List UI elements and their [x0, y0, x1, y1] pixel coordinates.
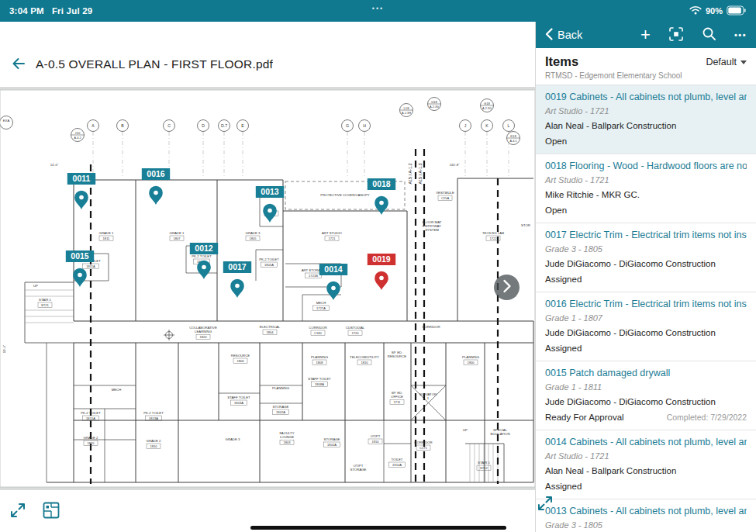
list-item[interactable]: 0018 Flooring - Wood - Hardwood floors a…	[536, 154, 756, 223]
svg-text:1815A: 1815A	[86, 416, 95, 420]
dimension-label: 14'-0"	[50, 163, 59, 167]
svg-text:1810: 1810	[150, 444, 157, 448]
home-indicator[interactable]	[250, 526, 506, 530]
svg-text:1802A: 1802A	[276, 410, 285, 414]
more-options-button[interactable]: •••	[734, 30, 747, 40]
svg-text:1807: 1807	[173, 237, 181, 240]
item-location: Art Studio - 1721	[545, 105, 747, 116]
svg-text:1720: 1720	[351, 331, 359, 335]
item-completed-date: Completed: 7/29/2022	[667, 413, 747, 422]
svg-text:PLANNING: PLANNING	[311, 355, 329, 359]
item-status: Ready For Approval	[545, 412, 624, 423]
app-screen: 3:04 PM Fri Jul 29 ••• 90%	[0, 0, 756, 532]
qr-scan-icon	[668, 26, 684, 44]
svg-text:CORRIDOR: CORRIDOR	[422, 325, 440, 329]
room-label: MECH	[112, 388, 122, 392]
list-item[interactable]: 0013 Cabinets - All cabinets not plumb, …	[536, 499, 756, 532]
svg-text:E: E	[241, 123, 244, 128]
svg-text:CORRIDOR: CORRIDOR	[414, 440, 432, 444]
svg-text:1805: 1805	[249, 237, 257, 240]
svg-text:A-2.3G: A-2.3G	[482, 107, 492, 110]
matchline-label: A15 / A-1.3	[418, 163, 423, 184]
status-time: 3:04 PM	[9, 6, 44, 16]
svg-text:D.7: D.7	[221, 123, 227, 128]
svg-text:SYSTEM: SYSTEM	[425, 228, 439, 232]
svg-text:J10: J10	[75, 131, 81, 135]
svg-text:ST12: ST12	[480, 466, 488, 470]
svg-text:A: A	[91, 123, 95, 128]
thumbnail-toggle-button[interactable]	[42, 501, 60, 522]
room-label: CORRIDOR	[422, 325, 440, 329]
room-label: PLANNING	[272, 386, 290, 390]
item-assignee: Alan Neal - Ballpark Construction	[545, 465, 747, 476]
svg-text:LEARNING: LEARNING	[195, 330, 212, 333]
item-location: Grade 1 - 1811	[545, 382, 747, 392]
svg-text:A-4.2: A-4.2	[74, 136, 81, 140]
svg-text:1813A: 1813A	[149, 416, 158, 420]
item-title: 0018 Flooring - Wood - Hardwood floors a…	[545, 161, 747, 172]
item-location: Art Studio - 1721	[545, 174, 747, 185]
svg-text:A-2.3H: A-2.3H	[402, 112, 411, 115]
add-item-button[interactable]: +	[640, 28, 651, 42]
svg-text:C15A: C15A	[441, 196, 450, 200]
search-button[interactable]	[702, 26, 716, 43]
filter-dropdown[interactable]: Default	[706, 57, 747, 67]
status-right: 90%	[689, 5, 747, 17]
svg-text:GRADE 3: GRADE 3	[226, 437, 240, 441]
panel-collapse-button[interactable]	[494, 275, 520, 300]
svg-text:GRADE 1: GRADE 1	[170, 231, 185, 235]
svg-text:0011: 0011	[73, 174, 91, 183]
list-item[interactable]: 0014 Cabinets - All cabinets not plumb, …	[536, 430, 756, 499]
list-item[interactable]: 0017 Electric Trim - Electrical trim ite…	[536, 223, 756, 292]
item-assignee: Jude DiGiacomo - DiGiacomo Construction	[545, 327, 747, 338]
svg-text:1721B: 1721B	[309, 274, 318, 278]
qr-scan-button[interactable]	[668, 26, 684, 44]
svg-text:0018: 0018	[372, 179, 391, 188]
items-list: 0019 Cabinets - All cabinets not plumb, …	[536, 85, 756, 532]
fullscreen-button[interactable]	[9, 502, 26, 521]
svg-text:GRADE 2: GRADE 2	[84, 436, 98, 440]
svg-text:1721A: 1721A	[316, 306, 326, 310]
svg-text:STORAGE: STORAGE	[324, 437, 340, 441]
svg-text:1811: 1811	[103, 237, 111, 240]
list-item[interactable]: 0016 Electric Trim - Electrical trim ite…	[536, 292, 756, 361]
svg-text:H: H	[363, 123, 366, 128]
svg-text:1820: 1820	[199, 335, 207, 339]
svg-text:0015: 0015	[71, 251, 89, 261]
fullscreen-button-right[interactable]	[537, 495, 554, 514]
svg-text:EDUCATION: EDUCATION	[491, 432, 510, 436]
svg-text:1900: 1900	[467, 361, 475, 364]
svg-text:ART STUDIO: ART STUDIO	[322, 231, 343, 235]
svg-text:STORAGE: STORAGE	[273, 405, 289, 409]
pdf-title: A-0.5 OVERALL PLAN - FIRST FLOOR.pdf	[36, 57, 273, 71]
svg-text:UP: UP	[33, 284, 38, 288]
list-item[interactable]: 0015 Patch damaged drywallGrade 1 - 1811…	[536, 361, 756, 430]
svg-text:0013: 0013	[261, 187, 279, 196]
room-label: GRADE 3	[226, 437, 240, 441]
list-item[interactable]: 0019 Cabinets - All cabinets not plumb, …	[536, 85, 756, 154]
item-title: 0013 Cabinets - All cabinets not plumb, …	[545, 506, 747, 517]
panel-header: Items Default RTMSD - Edgemont Elementar…	[536, 48, 756, 85]
search-icon	[702, 26, 716, 43]
viewer-back-button[interactable]	[11, 57, 26, 73]
svg-text:ELECTRICAL: ELECTRICAL	[260, 325, 281, 329]
battery-icon	[727, 5, 747, 17]
item-assignee: Jude DiGiacomo - DiGiacomo Construction	[545, 396, 747, 407]
svg-text:0014: 0014	[324, 264, 343, 274]
svg-text:1910A: 1910A	[392, 463, 402, 467]
svg-text:0017: 0017	[228, 262, 247, 271]
room-label: STOR	[521, 223, 530, 227]
svg-text:PK-2 TOILET: PK-2 TOILET	[192, 254, 212, 258]
item-status: Assigned	[545, 274, 582, 285]
nav-back-button[interactable]: Back	[545, 28, 582, 43]
item-location: Grade 1 - 1807	[545, 313, 747, 323]
svg-text:D: D	[202, 123, 205, 128]
svg-text:RESOURCE: RESOURCE	[388, 354, 406, 358]
svg-text:C180: C180	[314, 331, 323, 335]
svg-text:UP: UP	[463, 428, 468, 432]
svg-text:OT/PT: OT/PT	[371, 434, 381, 438]
drawing-canvas[interactable]: ABCDD.7EGHJKLEXAJ10A-4.2L18A-2.3HG18A-2.…	[0, 87, 535, 490]
item-title: 0016 Electric Trim - Electrical trim ite…	[545, 299, 747, 310]
status-left: 3:04 PM Fri Jul 29	[9, 6, 92, 16]
chevron-down-icon	[740, 60, 747, 64]
